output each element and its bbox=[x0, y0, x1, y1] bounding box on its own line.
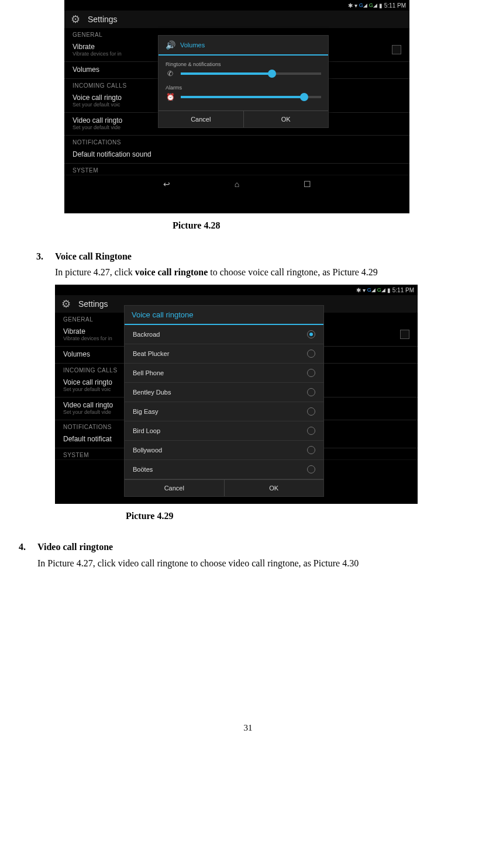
caption-picture-4-28: Picture 4.28 bbox=[173, 220, 496, 231]
ringtone-dialog-title: Voice call ringtone bbox=[125, 306, 323, 325]
status-right: ✱ ▾ G◢ G◢ ▮ 5:11 PM bbox=[348, 2, 406, 9]
row-vibrate-title: Vibrate bbox=[73, 43, 122, 51]
list-item-3: 3. Voice call Ringtone In picture 4.27, … bbox=[36, 248, 496, 280]
volume-icon: 🔊 bbox=[166, 40, 175, 50]
ringtone-item-label: Beat Plucker bbox=[133, 350, 169, 357]
volumes-dialog-title: Volumes bbox=[180, 42, 205, 49]
section-notifications: NOTIFICATIONS bbox=[64, 136, 409, 147]
ringtone-item[interactable]: Backroad bbox=[125, 325, 323, 344]
back-icon[interactable]: ↩ bbox=[161, 178, 173, 190]
row-default-notification[interactable]: Default notification sound bbox=[64, 147, 409, 164]
recent-icon[interactable]: ☐ bbox=[301, 178, 313, 190]
caption-picture-4-29: Picture 4.29 bbox=[126, 511, 496, 521]
status-bar-2: ✱ ▾ G◢ G◢ ▮ 5:11 PM bbox=[55, 285, 418, 295]
ringtone-slider[interactable] bbox=[181, 72, 321, 75]
battery-icon-2: ▮ bbox=[387, 287, 391, 293]
ringtone-notif-label: Ringtone & notifications bbox=[166, 61, 321, 67]
ringtone-radio[interactable] bbox=[307, 465, 315, 473]
vibrate-checkbox[interactable] bbox=[392, 45, 401, 54]
volumes-dialog: 🔊 Volumes Ringtone & notifications ✆ Ala… bbox=[158, 35, 329, 128]
ringtone-item-label: Bird Loop bbox=[133, 427, 160, 434]
battery-icon: ▮ bbox=[379, 2, 383, 9]
alarms-slider[interactable] bbox=[181, 96, 321, 98]
list-item-4: 4. Video call ringtone In Picture 4.27, … bbox=[19, 539, 496, 570]
settings-title: Settings bbox=[88, 15, 118, 24]
screenshot-picture-4-28: ✱ ▾ G◢ G◢ ▮ 5:11 PM ⚙ Settings GENERAL V… bbox=[64, 0, 409, 213]
ringtone-item[interactable]: Bird Loop bbox=[125, 421, 323, 441]
wifi-icon-2: ▾ bbox=[363, 287, 366, 293]
ringtone-radio[interactable] bbox=[307, 407, 315, 416]
ringtone-dialog: Voice call ringtone BackroadBeat Plucker… bbox=[124, 305, 324, 497]
ringtone-radio[interactable] bbox=[307, 350, 315, 358]
bluetooth-icon-2: ✱ bbox=[356, 287, 361, 293]
sim1-signal-2: ◢ bbox=[371, 287, 376, 293]
item4-body: In Picture 4.27, click video call ringto… bbox=[37, 555, 495, 571]
volumes-ok-button[interactable]: OK bbox=[244, 111, 329, 127]
section-system: SYSTEM bbox=[64, 164, 409, 175]
gear-icon-2: ⚙ bbox=[60, 298, 73, 310]
sim1-g-2: G bbox=[367, 287, 371, 293]
item4-heading: Video call ringtone bbox=[37, 539, 495, 555]
alarms-slider-thumb[interactable] bbox=[300, 93, 308, 101]
volumes-dialog-header: 🔊 Volumes bbox=[159, 36, 328, 56]
ringtone-cancel-button[interactable]: Cancel bbox=[125, 480, 225, 496]
ringtone-item-label: Backroad bbox=[133, 331, 160, 338]
item3-body: In picture 4.27, click voice call ringto… bbox=[55, 264, 495, 280]
ringtone-item-label: Bell Phone bbox=[133, 369, 164, 376]
ringtone-item[interactable]: Beat Plucker bbox=[125, 344, 323, 364]
row-vibrate-sub-2: Vibrate devices for in bbox=[63, 336, 112, 341]
ringtone-radio[interactable] bbox=[307, 330, 315, 338]
item4-number: 4. bbox=[19, 539, 37, 570]
ringtone-radio[interactable] bbox=[307, 427, 315, 435]
sim2-signal-2: ◢ bbox=[381, 287, 385, 293]
ringtone-item[interactable]: Bentley Dubs bbox=[125, 383, 323, 402]
ringtone-item[interactable]: Bollywood bbox=[125, 441, 323, 460]
alarms-slider-row: ⏰ bbox=[166, 93, 321, 101]
sim2-g: G bbox=[369, 2, 373, 8]
settings-header: ⚙ Settings bbox=[64, 11, 409, 28]
ringtone-item-label: Bollywood bbox=[133, 447, 162, 454]
status-time-2: 5:11 PM bbox=[392, 287, 414, 293]
sim1-signal-icon: ◢ bbox=[363, 2, 367, 8]
bluetooth-icon: ✱ bbox=[348, 2, 353, 9]
sim2-g-2: G bbox=[377, 287, 381, 293]
wifi-icon: ▾ bbox=[354, 2, 357, 9]
item3-body-a: In picture 4.27, click bbox=[55, 267, 135, 277]
ringtone-item[interactable]: Bell Phone bbox=[125, 364, 323, 383]
screenshot-picture-4-29: ✱ ▾ G◢ G◢ ▮ 5:11 PM ⚙ Settings GENERAL V… bbox=[55, 285, 418, 504]
ringtone-ok-button[interactable]: OK bbox=[225, 480, 324, 496]
volumes-cancel-button[interactable]: Cancel bbox=[159, 111, 244, 127]
ringtone-item-label: Big Easy bbox=[133, 408, 158, 415]
ringtone-slider-row: ✆ bbox=[166, 70, 321, 78]
alarm-icon: ⏰ bbox=[166, 93, 175, 101]
ringtone-item[interactable]: Boötes bbox=[125, 460, 323, 479]
ringtone-radio[interactable] bbox=[307, 388, 315, 396]
settings-title-2: Settings bbox=[78, 299, 108, 309]
item3-number: 3. bbox=[36, 248, 55, 280]
ringtone-radio[interactable] bbox=[307, 369, 315, 377]
status-time: 5:11 PM bbox=[384, 2, 406, 9]
ringtone-item[interactable]: Big Easy bbox=[125, 402, 323, 421]
vibrate-checkbox-2[interactable] bbox=[400, 330, 409, 339]
gear-icon: ⚙ bbox=[69, 13, 82, 26]
alarms-label: Alarms bbox=[166, 85, 321, 91]
row-vibrate-title-2: Vibrate bbox=[63, 327, 112, 336]
ringtone-item-label: Boötes bbox=[133, 466, 153, 473]
row-default-notif-title: Default notification sound bbox=[73, 150, 401, 158]
status-bar: ✱ ▾ G◢ G◢ ▮ 5:11 PM bbox=[64, 0, 409, 11]
ringtone-radio[interactable] bbox=[307, 446, 315, 454]
home-icon[interactable]: ⌂ bbox=[231, 178, 243, 190]
item3-body-bold: voice call ringtone bbox=[135, 267, 208, 277]
phone-icon: ✆ bbox=[166, 70, 175, 78]
sim1-g: G bbox=[359, 2, 363, 8]
item3-body-b: to choose voice call ringtone, as Pictur… bbox=[208, 267, 378, 277]
ringtone-item-label: Bentley Dubs bbox=[133, 389, 171, 396]
row-vibrate-sub: Vibrate devices for in bbox=[73, 51, 122, 57]
nav-bar: ↩ ⌂ ☐ bbox=[64, 175, 409, 193]
page-number: 31 bbox=[0, 723, 496, 733]
ringtone-slider-thumb[interactable] bbox=[268, 70, 276, 78]
sim2-signal-icon: ◢ bbox=[373, 2, 377, 8]
item3-heading: Voice call Ringtone bbox=[55, 248, 495, 264]
